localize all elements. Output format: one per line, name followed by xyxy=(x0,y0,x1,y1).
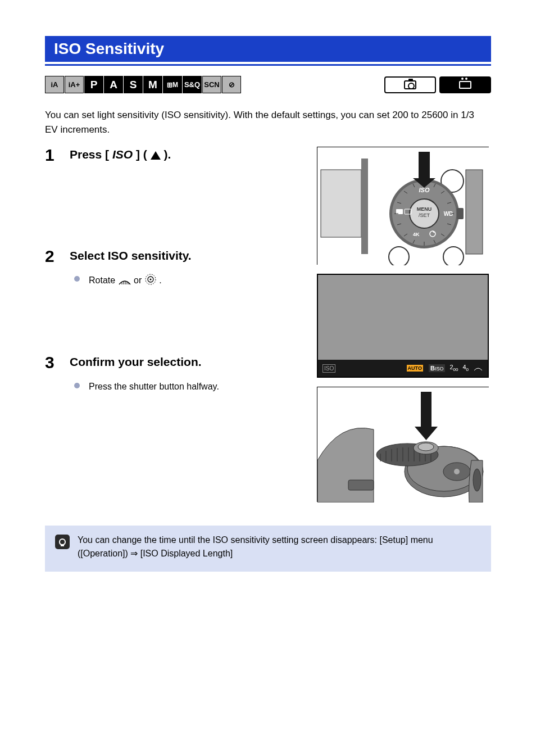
up-triangle-icon xyxy=(151,151,161,160)
svg-point-56 xyxy=(473,469,481,491)
step-2-number: 2 xyxy=(45,248,70,287)
mode-p: P xyxy=(84,76,103,93)
step-1-suffix: ] ( xyxy=(136,148,147,161)
dial-indicator-icon xyxy=(473,365,483,372)
rear-dial-icon xyxy=(118,277,131,286)
steps-column: 1 Press [ ISO ] ( ). 2 Select ISO sensit… xyxy=(45,147,303,502)
svg-text:/SET: /SET xyxy=(419,212,430,218)
step-1-number: 1 xyxy=(45,147,70,164)
mode-ia: iA xyxy=(45,76,64,93)
svg-rect-37 xyxy=(457,208,464,219)
svg-rect-36 xyxy=(466,170,483,254)
bullet-icon xyxy=(74,383,80,388)
iso-value-200: 200 xyxy=(449,364,458,372)
video-icon xyxy=(439,76,491,93)
iso-label-text: ISO xyxy=(112,147,133,162)
iso-chip-label: ISO xyxy=(435,366,444,372)
svg-point-42 xyxy=(454,469,460,474)
step-2: 2 Select ISO sensitivity. Rotate or . xyxy=(45,248,303,287)
step-2-bullet-prefix: Rotate xyxy=(89,275,118,285)
diagram-control-dial: MENU /SET ISO WB 4K xyxy=(317,147,489,265)
header-rule xyxy=(45,64,491,66)
mode-sq: S&Q xyxy=(183,76,202,93)
photo-icon xyxy=(384,76,436,93)
bullet-icon xyxy=(74,276,80,282)
step-3-text: Confirm your selection. xyxy=(70,354,303,369)
step-1: 1 Press [ ISO ] ( ). xyxy=(45,147,303,164)
diagram-screen-iso-bar: ISO AUTO BISO 200 40 xyxy=(317,274,489,378)
svg-text:4K: 4K xyxy=(413,232,420,237)
tip-text: You can change the time until the ISO se… xyxy=(78,533,452,560)
mode-a: A xyxy=(104,76,123,93)
page-title: ISO Sensitivity xyxy=(54,40,164,58)
svg-text:MENU: MENU xyxy=(417,206,432,212)
svg-rect-5 xyxy=(321,170,361,237)
mode-scn: SCN xyxy=(202,76,221,93)
mode-icons: iA iA+ P A S M ⊞M S&Q SCN ⊘ xyxy=(45,76,241,93)
step-2-bullet-end: . xyxy=(159,275,161,285)
step-3-bullet-text: Press the shutter button halfway. xyxy=(89,380,219,393)
mode-creative-movie: ⊞M xyxy=(163,76,182,93)
control-dial-icon xyxy=(144,273,157,286)
iso-auto-chip: AUTO xyxy=(407,365,423,372)
lightbulb-icon xyxy=(55,535,70,549)
mode-ia-plus: iA+ xyxy=(65,76,84,93)
svg-rect-6 xyxy=(361,159,368,254)
intro-text: You can set light sensitivity (ISO sensi… xyxy=(45,108,474,137)
iso-footer-left-label: ISO xyxy=(322,364,335,373)
step-1-text: Press [ ISO ] ( ). xyxy=(70,147,303,162)
svg-point-2 xyxy=(149,279,151,280)
svg-rect-57 xyxy=(348,480,374,490)
mode-creative: ⊘ xyxy=(222,76,241,93)
output-icons xyxy=(384,76,491,93)
svg-point-55 xyxy=(418,443,434,451)
step-2-text: Select ISO sensitivity. xyxy=(70,248,303,263)
images-column: MENU /SET ISO WB 4K xyxy=(317,147,489,502)
diagram-shutter-button xyxy=(317,387,489,502)
iso-value-40: 40 xyxy=(462,364,469,372)
step-1-end: ). xyxy=(163,148,171,161)
step-3: 3 Confirm your selection. Press the shut… xyxy=(45,354,303,392)
step-3-bullet: Press the shutter button halfway. xyxy=(70,380,303,393)
mode-m: M xyxy=(143,76,162,93)
step-2-bullet-mid: or xyxy=(134,275,144,285)
step-3-number: 3 xyxy=(45,354,70,392)
tip-box: You can change the time until the ISO se… xyxy=(45,526,491,572)
iso-footer-bar: ISO AUTO BISO 200 40 xyxy=(318,360,488,377)
mode-s: S xyxy=(124,76,143,93)
mode-row: iA iA+ P A S M ⊞M S&Q SCN ⊘ xyxy=(45,76,491,93)
step-1-prefix: Press [ xyxy=(70,148,109,161)
step-2-bullet: Rotate or . xyxy=(70,273,303,287)
